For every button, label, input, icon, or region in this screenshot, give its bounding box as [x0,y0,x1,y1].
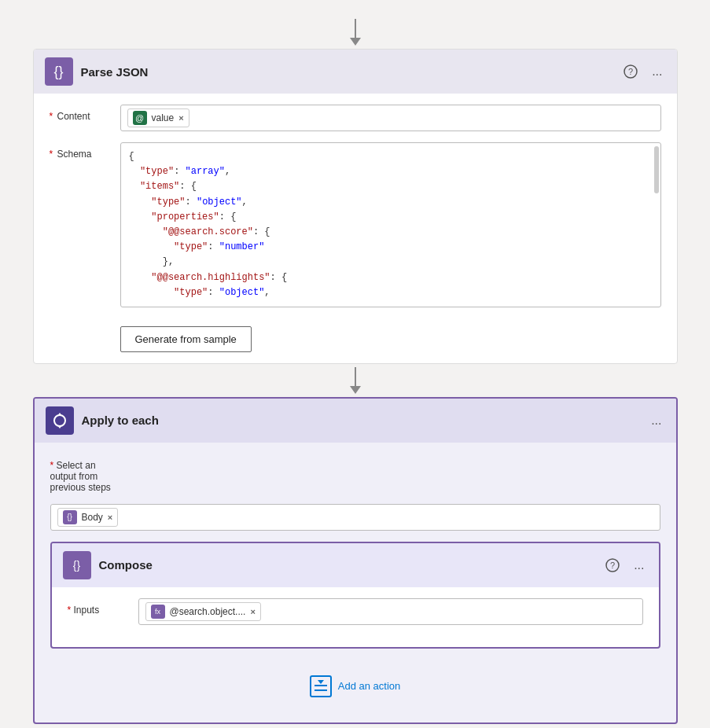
parse-json-actions: ? ... [620,63,665,80]
svg-rect-6 [315,685,327,686]
parse-json-more-button[interactable]: ... [649,63,665,80]
schema-label: * Schema [50,142,120,160]
inputs-field-row: * Inputs fx @search.object.... × [68,598,643,625]
select-output-row: * Select an output from previous steps [50,454,660,493]
svg-marker-8 [318,680,324,684]
apply-each-header: Apply to each ... [35,399,676,443]
content-field-row: * Content @ value × [50,105,661,131]
parse-json-card: {} Parse JSON ? ... * Cont [33,49,678,364]
search-token-close[interactable]: × [250,607,255,616]
schema-scrollbar[interactable] [654,146,659,193]
inputs-input[interactable]: fx @search.object.... × [138,598,643,625]
generate-from-sample-button[interactable]: Generate from sample [120,326,252,352]
content-value-token: @ value × [127,108,189,127]
svg-rect-7 [315,689,327,691]
compose-more-button[interactable]: ... [631,557,647,574]
svg-text:?: ? [610,561,615,570]
compose-help-icon: ? [605,558,620,572]
compose-title: Compose [99,558,603,572]
compose-card: {} Compose ? ... [50,542,660,649]
add-action-button[interactable]: Add an action [297,669,414,704]
svg-marker-2 [57,413,62,416]
schema-field-row: * Schema { "type": "array", "items": { "… [50,142,661,307]
body-token-close[interactable]: × [108,513,112,522]
compose-body: * Inputs fx @search.object.... × [52,587,659,647]
svg-marker-3 [57,425,62,428]
apply-each-more-button[interactable]: ... [648,412,664,429]
apply-each-actions: ... [648,412,664,429]
apply-each-card: Apply to each ... * Select an output fro… [33,397,678,724]
schema-json-content: { "type": "array", "items": { "type": "o… [129,149,653,300]
search-object-token: fx @search.object.... × [145,602,261,621]
compose-help-button[interactable]: ? [602,557,623,574]
content-label: * Content [50,105,120,122]
parse-json-icon: {} [45,57,73,86]
schema-input[interactable]: { "type": "array", "items": { "type": "o… [120,142,661,307]
select-output-input[interactable]: {} Body × [50,504,660,531]
parse-json-body: * Content @ value × * Schema [34,94,677,363]
inputs-label: * Inputs [68,598,138,616]
compose-icon: {} [63,551,91,579]
parse-json-header: {} Parse JSON ? ... [34,50,677,94]
content-token-icon: @ [133,111,147,125]
apply-each-icon [46,406,74,435]
apply-each-body: * Select an output from previous steps {… [35,443,676,722]
top-arrow [350,19,361,46]
compose-header: {} Compose ? ... [52,543,659,587]
select-output-label: * Select an output from previous steps [50,454,121,493]
parse-json-title: Parse JSON [81,65,621,79]
flow-container: {} Parse JSON ? ... * Cont [33,16,678,724]
body-token: {} Body × [57,508,119,527]
parse-json-help-button[interactable]: ? [620,63,641,80]
help-icon: ? [624,64,638,79]
middle-arrow [350,367,361,394]
body-token-icon: {} [63,510,77,524]
content-token-close[interactable]: × [178,113,183,123]
search-token-icon: fx [151,605,165,619]
add-action-container: Add an action [50,661,660,711]
compose-actions: ? ... [602,557,647,574]
svg-text:?: ? [628,67,633,76]
generate-btn-row: Generate from sample [50,318,661,352]
add-action-icon [310,675,332,697]
apply-each-title: Apply to each [82,414,649,427]
content-input[interactable]: @ value × [120,105,661,131]
